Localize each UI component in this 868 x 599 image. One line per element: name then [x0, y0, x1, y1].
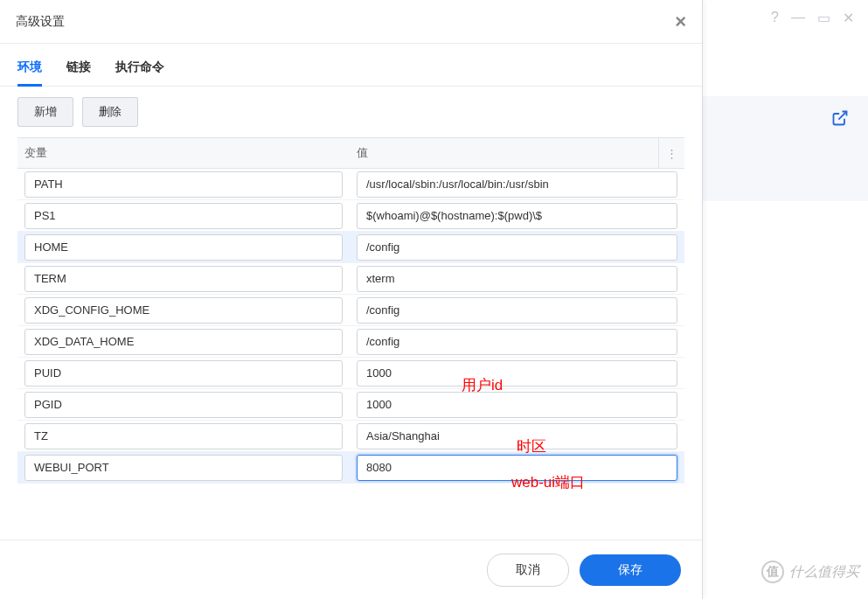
table-row[interactable] — [17, 295, 684, 326]
val-input[interactable] — [357, 423, 677, 449]
delete-button[interactable]: 删除 — [82, 97, 138, 127]
background-window: ? — ▭ ✕ ibtorrent — [693, 0, 868, 599]
table-row[interactable] — [17, 263, 684, 295]
val-input[interactable] — [357, 203, 677, 229]
table-row[interactable] — [17, 232, 684, 263]
val-input[interactable] — [357, 297, 677, 324]
watermark-text: 什么值得买 — [789, 563, 859, 582]
var-input[interactable] — [24, 266, 343, 292]
add-button[interactable]: 新增 — [17, 97, 73, 127]
env-table: 变量 值 ⋮ — [0, 137, 702, 484]
var-input[interactable] — [24, 203, 343, 229]
table-row[interactable] — [17, 169, 684, 200]
advanced-settings-dialog: 高级设置 × 环境链接执行命令 新增 删除 变量 值 ⋮ 取消 保存 — [0, 0, 703, 599]
val-input[interactable] — [357, 329, 677, 355]
var-input[interactable] — [24, 392, 343, 418]
var-input[interactable] — [24, 423, 343, 449]
var-input[interactable] — [24, 234, 343, 261]
var-input[interactable] — [24, 297, 343, 324]
val-input[interactable] — [357, 266, 677, 292]
column-menu-icon[interactable]: ⋮ — [658, 138, 684, 168]
var-input[interactable] — [24, 360, 343, 387]
svg-line-0 — [838, 112, 846, 120]
close-icon[interactable]: × — [675, 12, 686, 31]
var-input[interactable] — [24, 329, 343, 355]
cancel-button[interactable]: 取消 — [487, 554, 569, 587]
watermark: 值 什么值得买 — [761, 561, 859, 583]
tab-0[interactable]: 环境 — [17, 59, 42, 86]
table-row[interactable] — [17, 452, 684, 484]
close-icon[interactable]: ✕ — [843, 10, 854, 26]
table-row[interactable] — [17, 389, 684, 421]
table-header: 变量 值 ⋮ — [17, 137, 684, 169]
tab-1[interactable]: 链接 — [66, 59, 91, 86]
dialog-title: 高级设置 — [16, 14, 65, 30]
var-input[interactable] — [24, 171, 343, 198]
tabs: 环境链接执行命令 — [0, 44, 702, 87]
watermark-icon: 值 — [761, 561, 784, 583]
toolbar: 新增 删除 — [0, 87, 702, 137]
minimize-icon[interactable]: — — [791, 10, 805, 25]
val-input[interactable] — [357, 171, 677, 198]
save-button[interactable]: 保存 — [580, 554, 681, 586]
help-icon[interactable]: ? — [771, 10, 779, 25]
val-input[interactable] — [357, 392, 677, 418]
table-body — [17, 169, 684, 484]
maximize-icon[interactable]: ▭ — [817, 10, 830, 26]
dialog-footer: 取消 保存 — [0, 540, 702, 599]
table-row[interactable] — [17, 326, 684, 358]
header-value[interactable]: 值 — [350, 145, 658, 161]
bg-titlebar: ? — ▭ ✕ — [693, 0, 868, 35]
table-row[interactable] — [17, 200, 684, 232]
table-row[interactable] — [17, 421, 684, 452]
external-link-icon[interactable] — [831, 109, 849, 129]
val-input[interactable] — [357, 455, 677, 481]
val-input[interactable] — [357, 360, 677, 387]
table-row[interactable] — [17, 358, 684, 389]
dialog-header: 高级设置 × — [0, 0, 702, 44]
tab-2[interactable]: 执行命令 — [115, 59, 164, 86]
var-input[interactable] — [24, 455, 343, 481]
header-variable[interactable]: 变量 — [17, 145, 350, 161]
val-input[interactable] — [357, 234, 677, 261]
